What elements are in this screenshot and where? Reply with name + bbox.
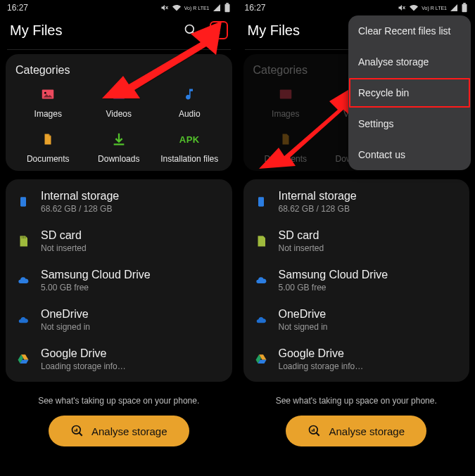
status-bar: 16:27 Vo) R LTE1 [0,0,238,15]
phone-screenshot-right: 16:27 Vo) R LTE1 My Files Categories Ima… [238,0,476,476]
status-right: Vo) R LTE1 [398,3,468,13]
storage-item-samsungcloud[interactable]: Samsung Cloud Drive5.00 GB free [243,261,470,300]
menu-item-settings[interactable]: Settings [348,108,471,139]
svg-point-24 [310,426,318,435]
svg-rect-11 [22,236,23,238]
storage-sub: Not inserted [41,243,87,253]
category-label: Documents [27,154,70,164]
category-label: Audio [179,109,201,119]
battery-icon [224,3,231,13]
storage-title: Google Drive [41,347,126,360]
category-audio[interactable]: Audio [154,85,225,119]
analyse-label: Analyse storage [91,425,167,437]
wifi-icon [409,4,419,12]
storage-sub: Loading storage info… [41,361,126,371]
mute-icon [398,4,406,12]
googledrive-icon [15,352,31,367]
category-downloads[interactable]: Downloads [84,130,155,164]
category-label: Images [34,109,62,119]
status-time: 16:27 [245,3,266,13]
svg-rect-27 [314,429,315,432]
svg-point-5 [217,30,220,32]
storage-card: Internal storage68.62 GB / 128 GB SD car… [243,179,470,382]
googledrive-icon [253,352,269,367]
page-title: My Files [248,22,300,39]
status-bar: 16:27 Vo) R LTE1 [238,0,476,15]
svg-rect-12 [23,236,24,238]
cloud-icon [15,273,31,288]
mute-icon [160,4,169,12]
storage-item-googledrive[interactable]: Google DriveLoading storage info… [6,340,232,379]
menu-item-recycle-bin[interactable]: Recycle bin [348,77,471,108]
storage-item-onedrive[interactable]: OneDriveNot signed in [243,300,470,340]
menu-item-analyse-storage[interactable]: Analyse storage [348,46,471,77]
storage-item-googledrive[interactable]: Google DriveLoading storage info… [243,340,470,379]
search-button[interactable] [182,21,200,39]
image-icon [39,85,57,103]
svg-line-25 [317,433,319,436]
onedrive-icon [15,312,31,328]
cloud-icon [253,273,269,288]
svg-line-15 [79,433,82,436]
search-chart-icon [70,424,84,438]
storage-item-internal[interactable]: Internal storage68.62 GB / 128 GB [243,182,470,221]
category-installation-files[interactable]: APK Installation files [154,130,225,164]
analyse-label: Analyse storage [329,425,405,437]
status-time: 16:27 [7,3,28,13]
svg-line-3 [192,32,195,35]
storage-title: SD card [41,229,87,242]
category-documents[interactable]: Documents [13,130,84,164]
storage-sub: 68.62 GB / 128 GB [41,204,119,214]
storage-item-onedrive[interactable]: OneDriveNot signed in [6,300,232,340]
svg-point-8 [44,92,46,94]
svg-rect-17 [76,429,77,432]
video-icon [110,85,128,103]
categories-title: Categories [15,64,222,77]
net-label: Vo) R LTE1 [422,6,447,11]
svg-rect-23 [258,197,264,206]
svg-rect-19 [462,4,467,12]
svg-point-6 [217,32,220,34]
storage-item-sdcard[interactable]: SD cardNot inserted [6,221,232,261]
app-header: My Files [0,15,238,49]
storage-item-internal[interactable]: Internal storage68.62 GB / 128 GB [6,182,232,221]
page-title: My Files [10,22,62,39]
storage-title: Internal storage [41,190,119,202]
category-label: Videos [106,109,132,119]
svg-rect-16 [75,430,76,432]
category-label: Installation files [160,154,218,164]
svg-point-2 [185,25,194,34]
document-icon [39,130,57,148]
sdcard-icon [15,233,31,249]
audio-icon [180,85,198,103]
footer-text: See what's taking up space on your phone… [238,396,476,406]
storage-item-samsungcloud[interactable]: Samsung Cloud Drive5.00 GB free [6,261,232,300]
wifi-icon [172,4,182,12]
svg-rect-21 [280,90,292,99]
more-options-menu: Clear Recent files list Analyse storage … [348,15,471,170]
storage-item-sdcard[interactable]: SD cardNot inserted [243,221,470,261]
phone-screenshot-left: 16:27 Vo) R LTE1 My Files Categories Ima… [0,0,238,476]
svg-rect-1 [226,3,229,4]
signal-icon [450,4,458,12]
more-options-button[interactable] [210,21,228,39]
storage-title: OneDrive [41,308,90,321]
search-chart-icon [308,424,322,438]
net-label: Vo) R LTE1 [184,6,210,11]
analyse-storage-button[interactable]: Analyse storage [286,416,426,446]
apk-icon: APK [180,130,198,148]
svg-rect-0 [224,4,229,12]
analyse-storage-button[interactable]: Analyse storage [49,416,189,446]
menu-item-clear-recent[interactable]: Clear Recent files list [348,15,471,46]
category-images[interactable]: Images [13,85,84,119]
battery-icon [461,3,468,13]
category-videos[interactable]: Videos [84,85,155,119]
storage-sub: Not signed in [41,322,90,332]
phone-storage-icon [15,194,31,210]
storage-sub: 5.00 GB free [41,283,151,292]
categories-card: Categories Images Videos Audio Documents… [6,54,232,171]
onedrive-icon [253,312,269,328]
svg-rect-10 [20,197,26,206]
menu-item-contact-us[interactable]: Contact us [348,139,471,170]
svg-point-14 [72,426,80,435]
